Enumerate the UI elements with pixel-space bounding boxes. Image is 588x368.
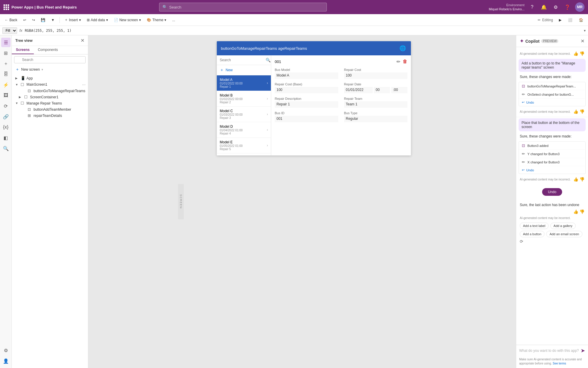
suggestion-button[interactable]: Add a button xyxy=(520,231,544,237)
tree-item-mainscreen1[interactable]: ▼ ☐ MainScreen1 ··· xyxy=(12,81,88,88)
tree-panel-close-icon[interactable]: ✕ xyxy=(81,38,84,43)
new-screen-tree-button[interactable]: ＋ New screen ▾ xyxy=(12,65,88,74)
thumb-up-2[interactable]: 👍 xyxy=(573,109,578,114)
tree-view-icon[interactable]: ☰ xyxy=(1,38,11,47)
list-item-3[interactable]: Model D 01/04/2022 01:00 Repair 4 › xyxy=(217,122,271,138)
list-item-2-title: Model C xyxy=(220,109,243,113)
play-button[interactable]: ▶ xyxy=(557,17,564,23)
components-icon[interactable]: ◧ xyxy=(1,133,11,142)
save-button[interactable]: 💾 xyxy=(39,17,48,23)
insert-button[interactable]: ＋ Insert ▾ xyxy=(62,16,83,24)
insert-sidebar-icon[interactable]: ＋ xyxy=(1,59,11,68)
formula-input[interactable] xyxy=(25,29,582,33)
code-icon[interactable]: {x} xyxy=(1,122,11,132)
list-item-1[interactable]: Model B 01/02/2022 00:00 Repair 2 › xyxy=(217,91,271,107)
container-icon: ☐ xyxy=(24,95,29,99)
screen-icon-main: ☐ xyxy=(21,82,25,87)
media-icon[interactable]: 🖼 xyxy=(1,91,11,100)
back-icon: ← xyxy=(5,18,8,22)
tree-item-btngoto[interactable]: ⊡ buttonGoToManageRepairTeams xyxy=(12,88,88,94)
env-name: Miquel Rebelo's Enviro... xyxy=(489,7,524,11)
home-icon[interactable]: ⊞ xyxy=(1,48,11,58)
suggestion-text-label[interactable]: Add a text label xyxy=(520,223,549,229)
account-icon[interactable]: 👤 xyxy=(1,356,11,366)
copilot-input[interactable] xyxy=(519,349,579,353)
undo-button[interactable]: ↩ xyxy=(21,17,29,23)
tree-item-app[interactable]: ▶ 📱 App xyxy=(12,75,88,81)
settings-sidebar-icon[interactable]: ⚙ xyxy=(1,346,11,355)
tree-item-screencontainer1[interactable]: ▶ ☐ ScreenContainer1 xyxy=(12,94,88,100)
copilot-thumbs-3: 👍 👎 xyxy=(573,177,584,182)
thumb-up-1[interactable]: 👍 xyxy=(573,51,578,56)
insert-label: Insert xyxy=(69,18,78,22)
tree-dots-mainscreen1[interactable]: ··· xyxy=(82,82,86,87)
copilot-undo-1[interactable]: ↩ Undo xyxy=(519,99,585,106)
thumb-up-3[interactable]: 👍 xyxy=(573,177,578,182)
redo-button[interactable]: ↪ xyxy=(30,17,37,23)
thumb-up-undone[interactable]: 👍 xyxy=(573,209,578,214)
question-icon[interactable]: ❓ xyxy=(563,3,572,11)
tab-screens[interactable]: Screens xyxy=(12,46,34,54)
power-automate-icon[interactable]: ⟳ xyxy=(1,101,11,111)
app-list-search-input[interactable] xyxy=(220,58,264,62)
tree-item-mrt[interactable]: ▼ ☐ Manage Repair Teams xyxy=(12,100,88,106)
tab-components[interactable]: Components xyxy=(34,46,62,54)
list-item-4-repair: Repair 5 xyxy=(220,147,243,151)
thumb-down-3[interactable]: 👎 xyxy=(579,177,584,182)
more-label: ... xyxy=(172,18,175,22)
list-item-2[interactable]: Model C 01/03/2022 00:00 Repair 3 › xyxy=(217,107,271,122)
notification-icon[interactable]: 🔔 xyxy=(540,3,548,11)
theme-button[interactable]: 🎨 Theme ▾ xyxy=(144,17,169,23)
formula-chevron-icon[interactable]: ▾ xyxy=(584,29,586,33)
copilot-ai-response-2: Sure, these changes were made: xyxy=(516,132,588,140)
more-button[interactable]: ... xyxy=(170,17,177,23)
add-data-button[interactable]: ⊞ Add data ▾ xyxy=(84,17,110,23)
app-list-search: 🔍 xyxy=(217,55,271,65)
app-title: Power Apps | Bus Fleet and Repairs xyxy=(11,5,77,9)
avatar[interactable]: MR xyxy=(575,2,584,12)
save-dropdown-button[interactable]: ▼ xyxy=(49,17,57,23)
list-item-0[interactable]: Model A 01/01/2022 00:00 Repair 1 › xyxy=(217,75,271,91)
global-search[interactable]: 🔍 xyxy=(159,3,327,11)
copilot-title-area: ✦ Copilot PREVIEW xyxy=(520,38,558,44)
thumb-down-1[interactable]: 👎 xyxy=(579,51,584,56)
new-screen-button[interactable]: 📄 New screen ▾ xyxy=(111,17,143,23)
tree-label-btngoto: buttonGoToManageRepairTeams xyxy=(34,89,85,93)
field-repair-team: Repair Team Team 1 xyxy=(344,97,408,108)
copilot-undo-big-button[interactable]: Undo xyxy=(542,188,562,196)
thumb-down-undone[interactable]: 👎 xyxy=(579,209,584,214)
copilot-ai-response-1: Sure, these changes were made: xyxy=(516,73,588,81)
publish-button[interactable]: 🏠 xyxy=(577,17,586,23)
copilot-send-icon[interactable]: ➤ xyxy=(581,347,585,354)
search-input[interactable] xyxy=(169,5,324,9)
connectors-icon[interactable]: 🔗 xyxy=(1,112,11,121)
detail-edit-icon[interactable]: ✏ xyxy=(397,59,400,64)
list-item-4[interactable]: Model E 01/05/2022 01:00 Repair 5 › xyxy=(217,138,271,153)
app-list-new-button[interactable]: ＋ New xyxy=(217,65,271,75)
property-selector[interactable]: Fill xyxy=(2,27,17,34)
variables-icon[interactable]: ⚡ xyxy=(1,80,11,89)
field-bus-type-label: Bus Type xyxy=(344,111,408,115)
tree-chevron-mainscreen1: ▼ xyxy=(15,83,19,86)
list-search-icon[interactable]: 🔍 xyxy=(266,58,271,62)
tree-item-btnadd[interactable]: ⊡ buttonAddTeamMember xyxy=(12,106,88,112)
regenerate-icon[interactable]: ⟳ xyxy=(520,239,523,244)
suggestion-gallery[interactable]: Add a gallery xyxy=(550,223,576,229)
preview-options-button[interactable]: ⬜ xyxy=(566,17,575,23)
settings-icon[interactable]: ⚙ xyxy=(552,3,560,11)
back-button[interactable]: ← Back xyxy=(2,17,20,23)
theme-icon: 🎨 xyxy=(147,18,151,22)
copilot-undo-2[interactable]: ↩ Undo xyxy=(519,166,585,174)
copilot-close-icon[interactable]: ✕ xyxy=(581,38,584,44)
help-community-icon[interactable]: ? xyxy=(528,3,536,11)
data-icon[interactable]: 🗄 xyxy=(1,69,11,79)
app-header: buttonGoToManageRepairTeams ageRepairTea… xyxy=(217,41,411,55)
search-sidebar-icon[interactable]: 🔍 xyxy=(1,144,11,153)
suggestion-email-screen[interactable]: Add an email screen xyxy=(546,231,582,237)
copilot-legal-link[interactable]: See terms xyxy=(553,362,566,365)
canvas-left-toggle[interactable]: SCREEN xyxy=(178,184,184,219)
detail-delete-icon[interactable]: 🗑 xyxy=(403,59,407,64)
thumb-down-2[interactable]: 👎 xyxy=(579,109,584,114)
tree-search-input[interactable] xyxy=(14,56,86,63)
tree-item-rtd[interactable]: ⊞ repairTeamDetails xyxy=(12,112,88,119)
